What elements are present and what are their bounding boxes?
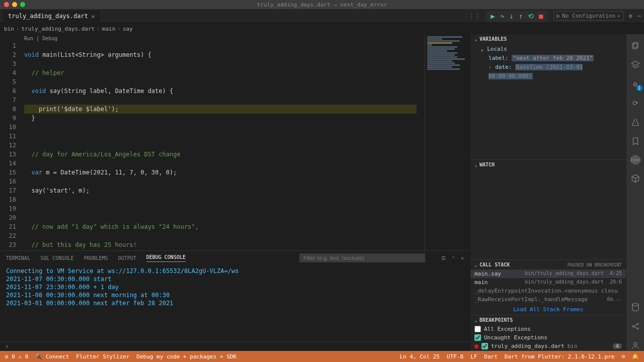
maximize-window-icon[interactable] [20,2,25,7]
editor-toolbar: truly_adding_days.dart × ⋮⋮ ▶ ↷ ↓ ↑ ⟲ ■ … [0,9,644,23]
tab-output[interactable]: OUTPUT [118,255,136,261]
continue-icon[interactable]: ▶ [491,12,495,20]
minimize-window-icon[interactable] [12,2,17,7]
status-bar: ⊘ 0 ⚠ 0 🔌 Connect Flutter Stylizer Debug… [0,351,644,362]
load-all-frames-link[interactable]: Load All Stack Frames [513,306,583,313]
tab-problems[interactable]: PROBLEMS [84,255,108,261]
svg-point-6 [637,328,638,329]
feedback-icon[interactable]: ☺ [621,353,625,360]
refresh-icon[interactable]: ⟳ [630,98,641,109]
restart-icon[interactable]: ⟲ [528,12,534,20]
tab-sqlconsole[interactable]: SQL CONSOLE [40,255,73,261]
account-icon[interactable] [630,340,641,351]
tab-terminal[interactable]: TERMINAL [6,255,30,261]
status-stylizer[interactable]: Flutter Stylizer [76,353,129,360]
run-configuration[interactable]: ▷ No Configuration ▾ [553,11,624,21]
svg-rect-1 [632,44,637,49]
step-into-icon[interactable]: ↓ [509,12,513,20]
step-over-icon[interactable]: ↷ [500,12,504,20]
debug-controls: ▶ ↷ ↓ ↑ ⟲ ■ [486,11,548,22]
line-gutter: 1234567891011121314151617181920212223242… [0,34,20,250]
callstack-header[interactable]: ⌄CALL STACK PAUSED ON BREAKPOINT [470,260,626,269]
code-lens[interactable]: Run | Debug [24,34,57,43]
editor-tab[interactable]: truly_adding_days.dart × [3,10,100,22]
database-icon[interactable] [630,302,641,313]
window-title: truly_adding_days.dart — next_day_error [257,2,387,8]
svg-point-5 [637,323,638,325]
close-panel-icon[interactable]: × [461,255,464,261]
status-sdk[interactable]: Dart from Flutter: 2.1.0-12.1.pre [505,353,615,360]
status-lang[interactable]: Dart [484,353,498,360]
execution-line: print('$date $label'); [24,105,417,114]
breakpoints-header[interactable]: ⌄BREAKPOINTS [470,315,626,325]
stack-frame[interactable]: _delayEntrypointInvocation.<anonymous cl… [470,287,626,295]
close-window-icon[interactable] [4,2,9,7]
variable-row[interactable]: › date: DateTime (2021-03-01 00:00:00.00… [480,63,622,81]
bp-file[interactable]: truly_adding_days.dart bin 4 [470,342,626,350]
svg-point-4 [632,326,634,327]
gear-icon[interactable]: ⚙ [629,13,632,20]
bell-icon[interactable]: 🔔 [632,353,639,360]
svg-point-7 [634,342,637,345]
status-cursor[interactable]: Ln 4, Col 25 [399,353,439,360]
tab-debugconsole[interactable]: DEBUG CONSOLE [146,254,186,262]
more-icon[interactable]: ⋯ [637,13,641,20]
gear-icon[interactable]: ⚙ [630,78,641,89]
minimap[interactable] [425,34,470,250]
layers-icon[interactable] [630,59,641,70]
cube-icon[interactable] [630,173,641,184]
variables-header[interactable]: ⌄VARIABLES [470,34,626,44]
locals-scope[interactable]: ⌄ Locals [480,45,622,54]
chevron-down-icon: ▾ [617,14,620,19]
watch-header[interactable]: ⌄WATCH [470,160,626,169]
svg-marker-2 [631,61,639,66]
clear-console-icon[interactable]: ☰ [441,255,446,261]
step-out-icon[interactable]: ↑ [519,12,523,20]
stack-frame[interactable]: mainbin/truly_adding_days.dart 20:6 [470,278,626,287]
stop-icon[interactable]: ■ [539,12,543,20]
debug-console-output[interactable]: Connecting to VM Service at ws://127.0.0… [0,265,470,341]
stack-frame[interactable]: _RawReceivePortImpl._handleMessageda... [470,295,626,304]
tab-filename: truly_adding_days.dart [8,13,88,20]
bp-uncaught-exceptions[interactable]: Uncaught Exceptions [470,333,626,342]
breadcrumb[interactable]: bin› truly_adding_days.dart› main› say [0,23,644,34]
status-eol[interactable]: LF [470,353,477,360]
status-debug-scope[interactable]: Debug my code + packages + SDK [136,353,236,360]
close-icon[interactable]: × [91,13,95,20]
share-icon[interactable] [630,321,641,332]
bp-all-exceptions[interactable]: All Exceptions [470,325,626,333]
status-errors[interactable]: ⊘ 0 ⚠ 0 [5,353,28,360]
svg-point-3 [632,304,638,306]
filter-input[interactable] [299,253,425,262]
files-icon[interactable] [630,40,641,51]
drag-handle-icon[interactable]: ⋮⋮ [468,13,480,20]
code-editor[interactable]: 1234567891011121314151617181920212223242… [0,34,470,250]
status-connect[interactable]: 🔌 Connect [35,353,69,360]
variable-row[interactable]: label: "next after feb 28 2021" [480,54,622,63]
status-encoding[interactable]: UTF-8 [447,353,463,360]
json-icon[interactable]: Json [630,155,640,165]
bottom-panel: TERMINAL SQL CONSOLE PROBLEMS OUTPUT DEB… [0,250,470,351]
bookmark-icon[interactable] [630,136,641,147]
svg-rect-0 [633,42,638,48]
collapse-icon[interactable]: ⌃ [452,255,455,261]
debug-sidebar: ⌄VARIABLES ⌄ Locals label: "next after f… [470,34,626,351]
beaker-icon[interactable] [630,117,641,128]
macos-titlebar: truly_adding_days.dart — next_day_error [0,0,644,9]
activity-bar-right: ⚙ ⟳ Json [626,34,644,351]
stack-frame[interactable]: main.saybin/truly_adding_days.dart 4:25 [470,269,626,278]
